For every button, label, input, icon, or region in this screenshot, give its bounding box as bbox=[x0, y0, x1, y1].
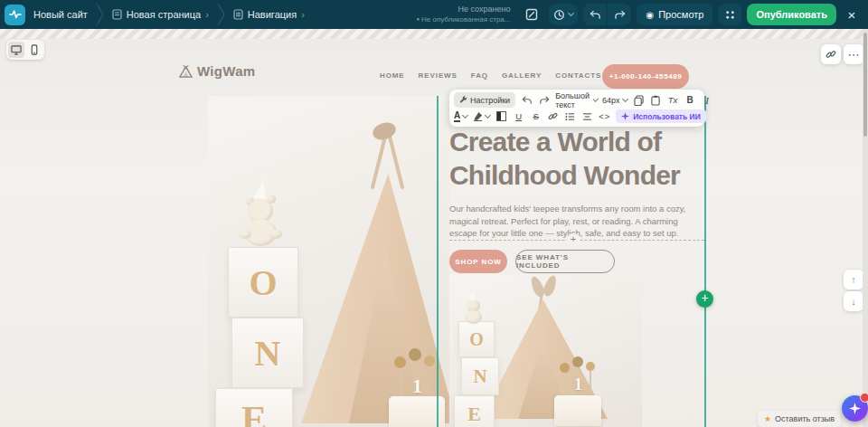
block-link-button[interactable] bbox=[821, 44, 841, 64]
letter-block: N bbox=[231, 318, 304, 388]
link-button[interactable] bbox=[547, 109, 559, 123]
bold-button[interactable]: B bbox=[684, 93, 696, 107]
pompom bbox=[409, 348, 421, 361]
star-icon: ★ bbox=[764, 414, 771, 423]
device-toggle bbox=[6, 40, 44, 60]
breadcrumb: Новый сайт Новая страница › Навигация › bbox=[5, 3, 305, 26]
teddy-illustration bbox=[463, 292, 490, 323]
history-button[interactable] bbox=[549, 4, 578, 25]
font-size-dropdown[interactable]: 64px bbox=[602, 96, 627, 105]
scrollbar-track[interactable] bbox=[863, 29, 868, 427]
text-color-icon: A bbox=[454, 111, 460, 122]
site-nav-contacts[interactable]: CONTACTS bbox=[555, 71, 601, 80]
chevron-down-icon bbox=[592, 96, 598, 101]
letter-block: E bbox=[215, 388, 293, 427]
text-style-dropdown[interactable]: Большой текст bbox=[555, 91, 597, 109]
contrast-icon bbox=[496, 111, 506, 121]
secondary-photo[interactable]: O N E 1 bbox=[449, 274, 642, 427]
copy-style-button[interactable] bbox=[633, 93, 645, 107]
pompom bbox=[394, 356, 406, 368]
settings-label: Настройки bbox=[470, 96, 510, 105]
text-undo-button[interactable] bbox=[521, 93, 533, 107]
code-button[interactable]: <> bbox=[599, 109, 610, 123]
block-letter: O bbox=[469, 329, 484, 350]
copy-icon bbox=[634, 95, 644, 106]
highlight-color-dropdown[interactable] bbox=[473, 111, 490, 121]
paste-style-button[interactable] bbox=[650, 93, 662, 107]
canvas-margin-stripes bbox=[0, 29, 868, 39]
chevron-right-icon[interactable]: › bbox=[205, 10, 209, 20]
site-brand[interactable]: WigWam bbox=[178, 63, 255, 79]
site-nav-gallery[interactable]: GALLERY bbox=[502, 71, 542, 80]
text-color-dropdown[interactable]: A bbox=[454, 111, 467, 122]
site-nav-home[interactable]: HOME bbox=[380, 71, 405, 80]
toolbar-row-1: Настройки Большой текст 64px Tx B I bbox=[454, 92, 700, 108]
breadcrumb-navigation[interactable]: Навигация › bbox=[233, 9, 305, 20]
topbar-actions: Не сохранено ●Не опубликованная стра... … bbox=[416, 4, 862, 25]
undo-button[interactable] bbox=[583, 4, 607, 25]
party-hat bbox=[253, 180, 269, 200]
site-page-canvas[interactable]: WigWam HOME REVIEWS FAQ GALLERY CONTACTS… bbox=[0, 39, 863, 427]
pompom bbox=[572, 356, 583, 367]
add-block-button[interactable]: + bbox=[567, 233, 580, 246]
add-element-button[interactable]: + bbox=[696, 290, 713, 308]
settings-button[interactable]: Настройки bbox=[454, 92, 515, 108]
toolbar-row-2: A U S <> И bbox=[454, 109, 700, 124]
desktop-view-button[interactable] bbox=[8, 42, 24, 58]
align-button[interactable] bbox=[581, 109, 593, 123]
breadcrumb-separator bbox=[96, 3, 104, 26]
undo-icon bbox=[522, 96, 533, 105]
block-guide-right bbox=[704, 96, 706, 427]
block-guide-left bbox=[437, 96, 439, 427]
fill-contrast-button[interactable] bbox=[495, 109, 507, 123]
site-nav-reviews[interactable]: REVIEWS bbox=[419, 71, 458, 80]
cake-pop-stick bbox=[590, 371, 591, 396]
align-center-icon bbox=[582, 112, 592, 121]
publish-button[interactable]: Опубликовать bbox=[747, 4, 836, 25]
pompom bbox=[586, 362, 595, 371]
close-button[interactable]: × bbox=[842, 4, 862, 25]
design-button[interactable] bbox=[520, 4, 543, 25]
move-block-up-button[interactable]: ↑ bbox=[844, 270, 863, 289]
cake-pop-stick bbox=[429, 365, 430, 398]
italic-button[interactable]: I bbox=[702, 93, 713, 107]
ordered-list-icon bbox=[565, 112, 575, 121]
redo-button[interactable] bbox=[608, 4, 631, 25]
scrollbar-thumb[interactable] bbox=[863, 33, 867, 137]
see-whats-included-button[interactable]: SEE WHAT'S INCLUDED bbox=[515, 250, 615, 273]
link-icon bbox=[826, 49, 836, 60]
app-logo[interactable] bbox=[5, 5, 25, 25]
font-size-value: 64px bbox=[602, 96, 620, 105]
status-dot-icon: ● bbox=[416, 16, 420, 22]
block-letter: E bbox=[467, 403, 481, 426]
site-nav: HOME REVIEWS FAQ GALLERY CONTACTS bbox=[380, 71, 601, 80]
move-block-down-button[interactable]: ↓ bbox=[844, 291, 863, 311]
apps-button[interactable] bbox=[718, 4, 741, 25]
teepee-leaf-topper bbox=[542, 274, 559, 298]
ai-sparkle-icon bbox=[621, 112, 629, 120]
cake-pop-stick bbox=[401, 367, 402, 398]
mobile-view-button[interactable] bbox=[26, 42, 42, 58]
block-more-button[interactable]: ⋯ bbox=[844, 44, 863, 64]
leave-feedback-button[interactable]: ★ Оставить отзыв bbox=[758, 411, 841, 427]
shop-now-button[interactable]: SHOP NOW bbox=[449, 250, 507, 273]
site-nav-faq[interactable]: FAQ bbox=[471, 71, 488, 80]
design-icon bbox=[525, 8, 538, 21]
text-redo-button[interactable] bbox=[538, 93, 550, 107]
block-letter: O bbox=[249, 261, 277, 304]
strikethrough-button[interactable]: S bbox=[530, 109, 542, 123]
underline-button[interactable]: U bbox=[513, 109, 524, 123]
chevron-right-icon[interactable]: › bbox=[301, 10, 305, 20]
use-ai-button[interactable]: Использовать ИИ bbox=[616, 109, 706, 123]
preview-button[interactable]: ◉ Просмотр bbox=[637, 4, 712, 25]
mobile-icon bbox=[31, 44, 38, 55]
chevron-down-icon bbox=[568, 10, 574, 16]
phone-button[interactable]: +1-000-140-455489 bbox=[602, 64, 689, 89]
breadcrumb-site-name[interactable]: Новый сайт bbox=[33, 9, 88, 20]
clear-format-button[interactable]: Tx bbox=[667, 93, 679, 107]
ai-assistant-button[interactable] bbox=[842, 395, 868, 422]
hero-photo[interactable]: O N E 1 bbox=[208, 96, 449, 427]
hero-headline[interactable]: Create a World ofChildhood Wonder bbox=[449, 125, 712, 192]
breadcrumb-page[interactable]: Новая страница › bbox=[112, 9, 209, 20]
list-button[interactable] bbox=[564, 109, 576, 123]
